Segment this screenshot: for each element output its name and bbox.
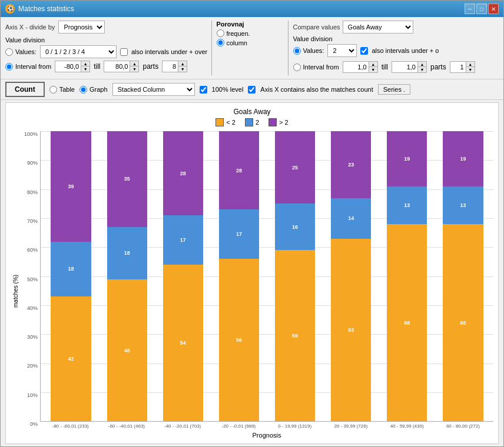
bar-8-orange: 68 — [443, 224, 483, 422]
series-button[interactable]: Series . — [378, 84, 410, 95]
bar-8-blue: 13 — [443, 186, 483, 224]
parts-up2[interactable]: ▲ — [466, 62, 475, 67]
till-label: till — [94, 62, 100, 71]
axis-x-select[interactable]: Prognosis — [58, 21, 105, 34]
value-division-section: Value division Values: 0 / 1 / 2 / 3 / 4… — [5, 36, 211, 75]
chart-container: Goals Away < 2 2 > 2 matches (%) 0% 10% — [5, 102, 499, 444]
legend-item-purple: > 2 — [268, 118, 289, 126]
bar-stack-4: 56 17 28 — [219, 131, 259, 421]
interval-till-input2[interactable] — [392, 61, 418, 73]
parts-arrows: ▲ ▼ — [178, 61, 187, 72]
x-label-1: -80 - -60,01 (233) — [44, 423, 97, 429]
axis-x-row: Axis X - divide by Prognosis — [5, 21, 211, 34]
bar-group-2: 48 18 35 — [100, 131, 154, 421]
minimize-button[interactable]: ─ — [465, 4, 475, 14]
maximize-button[interactable]: □ — [476, 4, 487, 14]
interval-radio[interactable] — [5, 63, 13, 71]
also-intervals-checkbox2[interactable] — [360, 47, 368, 55]
interval-from-up[interactable]: ▲ — [81, 61, 89, 66]
bar-7-blue: 13 — [387, 186, 427, 224]
bar-2-purple: 35 — [107, 131, 147, 227]
column-radio-group: column — [217, 39, 283, 46]
bar-5-purple: 25 — [275, 131, 315, 204]
bar-1-orange: 42 — [51, 296, 91, 421]
interval-from-down[interactable]: ▼ — [81, 66, 89, 72]
values-radio2[interactable] — [293, 47, 301, 55]
values-label2: Values: — [303, 47, 324, 54]
interval-from-up2[interactable]: ▲ — [369, 62, 377, 67]
title-bar-left: ⚽ Matches statistics — [5, 4, 74, 14]
parts-input[interactable] — [162, 61, 178, 72]
parts-up[interactable]: ▲ — [178, 61, 187, 66]
compare-values-row: Compare values Goals Away — [293, 21, 499, 34]
interval-till-up[interactable]: ▲ — [130, 61, 138, 66]
legend-box-purple — [268, 118, 277, 126]
x-label-6: 20 - 39,99 (726) — [324, 423, 377, 429]
parts-down[interactable]: ▼ — [178, 66, 187, 72]
chart-with-y-axis: matches (%) 0% 10% 20% 30% 40% 50% 60% 7… — [11, 131, 493, 439]
bar-1-purple: 39 — [51, 131, 91, 241]
axis-x-label: Axis X - divide by — [5, 24, 55, 31]
parts-arrows2: ▲ ▼ — [466, 61, 475, 73]
x-label-4: -20 - -0,01 (989) — [212, 423, 266, 429]
interval-radio2[interactable] — [293, 64, 301, 71]
porovnaj-label: Porovnaj — [217, 21, 283, 28]
y-label-100: 100% — [24, 131, 38, 137]
table-label: Table — [59, 86, 75, 93]
interval-from-input[interactable] — [55, 61, 81, 72]
legend-item-orange: < 2 — [215, 118, 236, 126]
level-100-label: 100% level — [212, 86, 244, 93]
y-axis-title: matches (%) — [11, 131, 20, 439]
interval-till-arrows: ▲ ▼ — [130, 61, 139, 72]
compare-values-select[interactable]: Goals Away — [343, 21, 413, 34]
legend-label-orange: < 2 — [226, 119, 236, 126]
interval-from-down2[interactable]: ▼ — [369, 67, 377, 72]
parts-input2[interactable] — [450, 61, 466, 73]
bar-group-4: 56 17 28 — [212, 131, 266, 421]
chart-title: Goals Away — [11, 108, 493, 116]
graph-radio[interactable] — [79, 86, 87, 94]
also-intervals-checkbox[interactable] — [120, 48, 128, 56]
legend-item-blue: 2 — [245, 118, 259, 126]
values-radio-group: Values: — [5, 48, 37, 56]
top-controls: Axis X - divide by Prognosis Value divis… — [5, 21, 499, 75]
bar-4-blue: 17 — [219, 209, 259, 259]
parts-down2[interactable]: ▼ — [466, 67, 475, 72]
bar-7-orange: 68 — [387, 224, 427, 422]
bar-3-orange: 54 — [163, 265, 203, 421]
bar-5-blue: 16 — [275, 204, 315, 250]
interval-till-up2[interactable]: ▲ — [418, 62, 426, 67]
interval-till-down2[interactable]: ▼ — [418, 67, 426, 72]
bar-6-purple: 23 — [331, 131, 371, 198]
level-100-checkbox[interactable] — [200, 86, 207, 94]
x-label-5: 0 - 19,99 (1319) — [268, 423, 321, 429]
porovnaj-section: Porovnaj frequen. column — [211, 21, 288, 75]
y-label-70: 70% — [27, 218, 38, 224]
y-label-50: 50% — [27, 276, 38, 282]
bar-3-purple: 28 — [163, 131, 203, 215]
axis-x-matches-checkbox[interactable] — [248, 86, 256, 94]
count-button[interactable]: Count — [5, 82, 45, 97]
values-radio[interactable] — [5, 48, 13, 56]
interval-till-spin: ▲ ▼ — [104, 61, 139, 72]
graph-label: Graph — [89, 86, 108, 93]
interval-till-input[interactable] — [104, 61, 130, 72]
column-radio[interactable] — [217, 39, 224, 46]
graph-type-select[interactable]: Stacked Column — [112, 83, 195, 96]
values-select2[interactable]: 2 — [327, 44, 357, 57]
legend-label-blue: 2 — [256, 119, 259, 126]
table-radio[interactable] — [49, 86, 57, 94]
values-select[interactable]: 0 / 1 / 2 / 3 / 4 — [40, 45, 117, 58]
compare-values-label: Compare values — [293, 24, 340, 31]
also-intervals-label: also intervals under + over — [131, 48, 207, 55]
interval-from-arrows: ▲ ▼ — [81, 61, 90, 72]
close-button[interactable]: ✕ — [488, 4, 499, 14]
interval-till-down[interactable]: ▼ — [130, 66, 138, 72]
interval-from-spin: ▲ ▼ — [55, 61, 90, 72]
y-label-60: 60% — [27, 247, 38, 253]
x-label-2: -60 - -40,01 (463) — [100, 423, 153, 429]
interval-from-input2[interactable] — [343, 61, 369, 73]
frequen-radio[interactable] — [217, 29, 224, 37]
legend-box-blue — [245, 118, 253, 126]
y-axis-wrapper: matches (%) 0% 10% 20% 30% 40% 50% 60% 7… — [11, 131, 40, 439]
